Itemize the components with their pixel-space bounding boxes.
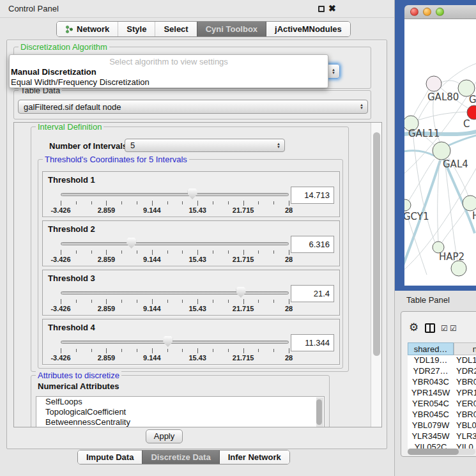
slider-tick [137,250,137,254]
network-node-gcy1[interactable] [399,199,411,211]
network-edge [441,81,460,84]
zoom-traffic-icon[interactable] [436,8,444,16]
table-row[interactable]: YBL079WYBL0 [408,420,476,431]
tab-discretize-data[interactable]: Discretize Data [142,450,219,464]
network-graph: GAL80GACGAL11GAL4GCY1HHAP2 [395,0,476,291]
algorithm-option-manual[interactable]: Manual Discretization [11,67,96,77]
list-scrollbar-track[interactable] [316,397,323,427]
cell-shared-name: YBR045C [408,410,454,419]
slider-track[interactable] [61,341,289,344]
threshold-value-field[interactable]: 14.713 [291,187,334,204]
network-window-titlebar[interactable] [404,5,476,19]
slider-tick-label: 15.43 [188,305,206,312]
combo-stepper-icon: ▲▼ [277,142,280,149]
control-panel-titlebar: Control Panel ✖ [0,0,394,18]
table-row[interactable]: YBR043CYBR0 [408,377,476,388]
slider-tick-label: 21.715 [233,256,254,263]
table-row[interactable]: YDR27…YDR2 [408,366,476,377]
slider-tick [106,348,107,353]
number-of-intervals-combobox[interactable]: 5 ▲▼ [125,139,285,152]
network-node-c[interactable] [467,105,476,119]
numerical-attributes-list[interactable]: SelfLoopsTopologicalCoefficientBetweenne… [36,396,325,427]
table-row[interactable]: YBR045CYBR0 [408,410,476,420]
network-node-node[interactable] [451,261,466,276]
network-icon [65,25,73,34]
cell-name: YDR2 [456,366,476,376]
thresholds-group: Threshold's Coordinates for 5 Intervals … [38,159,343,369]
slider-thumb[interactable] [127,238,136,249]
slider-tick-label: -3.426 [50,305,70,312]
attribute-item-selfloops[interactable]: SelfLoops [36,397,324,407]
tab-infer-network[interactable]: Infer Network [219,450,289,464]
slider-tick [167,201,168,204]
slider-tick-label: 9.144 [143,206,161,214]
column-view-icon[interactable] [425,323,435,333]
column-header-shared-name[interactable]: shared… [408,342,454,355]
threshold-label: Threshold 2 [48,224,95,234]
network-node-label: GAL4 [443,158,468,170]
network-node-gal4[interactable] [433,142,450,160]
slider-tick-label: 15.43 [188,256,206,263]
tab-style[interactable]: Style [118,22,155,36]
slider-tick [91,300,92,303]
cell-name: YIL0 [456,442,476,449]
slider-track[interactable] [61,291,289,295]
table-row[interactable]: YIL052CYIL0 [408,442,476,449]
minimize-traffic-icon[interactable] [423,8,431,16]
tab-jactivemnodules[interactable]: jActiveMNodules [266,22,350,36]
table-row[interactable]: YER054CYER0 [408,399,476,410]
table-row[interactable]: YDL19…YDL1 [408,355,476,366]
tab-select[interactable]: Select [155,22,196,36]
slider-tick [167,349,168,352]
attribute-item-betweennesscentrality[interactable]: BetweennessCentrality [36,417,324,427]
select-all-icon[interactable]: ☑ [450,324,457,333]
slider-tick-label: 21.715 [233,206,254,214]
table-hscrollbar-track[interactable] [408,449,475,455]
gear-icon[interactable]: ⚙ [409,321,418,334]
slider-track[interactable] [61,193,289,196]
slider-tick [121,300,122,303]
slider-tick-label: 28 [285,256,293,263]
close-traffic-icon[interactable] [410,8,418,16]
threshold-value-field[interactable]: 21.4 [291,285,334,302]
close-icon[interactable]: ✖ [328,3,336,13]
slider-track[interactable] [61,242,289,245]
tab-impute-data[interactable]: Impute Data [78,450,142,464]
slider-tick [121,250,122,254]
select-all-icon[interactable]: ☑ [441,324,448,333]
table-row[interactable]: YPR145WYPR1 [408,388,476,399]
apply-button[interactable]: Apply [146,429,183,443]
number-of-intervals-label: Number of Intervals [49,141,127,151]
list-scrollbar-thumb[interactable] [316,399,322,425]
attributes-items: SelfLoopsTopologicalCoefficientBetweenne… [36,397,324,427]
cell-shared-name: YDR27… [408,366,454,376]
slider-thumb[interactable] [236,287,246,298]
tab-cyni-toolbox[interactable]: Cyni Toolbox [197,22,266,36]
network-node-h[interactable] [463,196,476,211]
attribute-item-topologicalcoefficient[interactable]: TopologicalCoefficient [36,407,324,417]
slider-tick [243,299,244,304]
network-edge [418,112,467,120]
slider-tick-label: -3.426 [50,256,70,263]
slider-tick-label: 2.859 [98,354,116,362]
float-window-icon[interactable] [318,6,325,12]
network-node-gal80[interactable] [426,76,441,91]
slider-thumb[interactable] [163,336,173,347]
table-data-combobox[interactable]: galFiltered.sif default node ▲▼ [18,100,368,114]
slider-thumb[interactable] [188,188,197,199]
slider-tick-label: 15.43 [188,206,206,214]
column-header-name[interactable]: name [454,342,476,355]
slider-tick [76,300,77,303]
table-hscrollbar-thumb[interactable] [408,449,459,455]
algorithm-option-equal-width[interactable]: Equal Width/Frequency Discretization [11,77,150,87]
table-row[interactable]: YLR345WYLR3 [408,431,476,442]
tab-network[interactable]: Network [57,22,118,36]
slider-tick-label: 2.859 [98,206,116,214]
settings-scrollbar-thumb[interactable] [373,132,380,356]
threshold-1-panel: Threshold 1-3.4262.8599.14415.4321.71528… [42,171,340,217]
threshold-value-field[interactable]: 6.316 [291,236,334,253]
tab-label: Style [127,24,146,34]
slider-tick [289,348,289,353]
threshold-value-field[interactable]: 11.344 [291,334,334,351]
slider-tick [91,250,92,254]
